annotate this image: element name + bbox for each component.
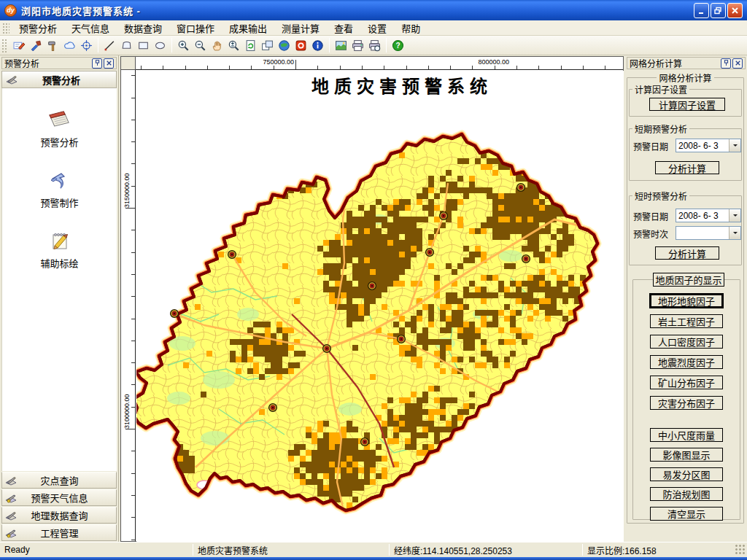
factor-button-1[interactable]: 地形地貌因子 [650, 294, 723, 308]
refresh-button[interactable] [242, 37, 259, 54]
factor-button-4[interactable]: 地震烈度因子 [650, 355, 723, 369]
accordion-bar-1[interactable]: 灾点查询 [1, 472, 117, 489]
display-button-5[interactable]: 清空显示 [650, 507, 723, 521]
ruler-top-label-2: 800000.00 [465, 58, 509, 66]
accordion-bar-4[interactable]: 工程管理 [1, 524, 117, 541]
display-button-1[interactable]: 中小尺度雨量 [650, 428, 723, 442]
ellipse-button[interactable] [152, 37, 169, 54]
town-marker[interactable] [522, 255, 530, 263]
close-icon[interactable] [732, 58, 743, 69]
ruler-tick [605, 66, 605, 69]
restore-button[interactable] [711, 3, 726, 18]
town-marker[interactable] [171, 310, 179, 318]
town-marker[interactable] [517, 184, 525, 192]
menu-item-5[interactable]: 成果输出 [222, 20, 274, 36]
ruler-tick [251, 66, 252, 69]
zoom-extent-button[interactable] [225, 37, 242, 54]
globe-button[interactable] [276, 37, 293, 54]
center-target-button[interactable] [78, 37, 95, 54]
rectangle-button[interactable] [135, 37, 152, 54]
info-button[interactable] [309, 37, 326, 54]
accordion-header-warning-analysis[interactable]: 预警分析 [1, 71, 117, 88]
short-time-period-combobox[interactable] [676, 226, 741, 240]
help-button[interactable]: ? [390, 37, 406, 54]
layers-button[interactable] [259, 37, 276, 54]
close-button[interactable] [727, 3, 743, 18]
polygon-icon [120, 39, 133, 52]
sidebar-item-label: 辅助标绘 [40, 256, 78, 270]
menu-item-2[interactable]: 天气信息 [64, 20, 117, 36]
chevron-down-icon[interactable] [729, 209, 740, 222]
short-time-date-combobox[interactable]: 2008- 6- 3 [676, 209, 741, 222]
cloud-button[interactable] [61, 37, 78, 54]
accordion-bar-3[interactable]: 地理数据查询 [1, 507, 117, 524]
town-marker[interactable] [368, 282, 376, 290]
menu-item-4[interactable]: 窗口操作 [169, 20, 222, 36]
short-term-date-combobox[interactable]: 2008- 6- 3 [676, 139, 741, 152]
sidebar-item-2[interactable]: 预警制作 [2, 168, 117, 209]
menu-item-7[interactable]: 查看 [327, 20, 360, 36]
zoom-in-button[interactable] [175, 37, 192, 54]
map-graphic [136, 71, 624, 542]
accordion-bar-2[interactable]: 预警天气信息 [1, 489, 117, 506]
info-icon [311, 39, 324, 52]
print-preview-button[interactable] [366, 37, 383, 54]
ruler-left-label-2: 3100000.00 [123, 378, 131, 429]
hammer-button[interactable] [44, 37, 61, 54]
zoom-in-icon [177, 39, 190, 52]
factor-button-2[interactable]: 岩土工程因子 [650, 314, 723, 328]
accordion-bar-label: 地理数据查询 [20, 508, 116, 522]
status-ready: Ready [0, 542, 193, 557]
zoom-out-button[interactable] [192, 37, 209, 54]
factor-button-3[interactable]: 人口密度因子 [650, 335, 723, 349]
polygon-button[interactable] [118, 37, 135, 54]
sidebar-item-3[interactable]: 辅助标绘 [2, 228, 117, 270]
town-marker[interactable] [440, 212, 448, 220]
town-marker[interactable] [323, 345, 331, 353]
sidebar-item-1[interactable]: 预警分析 [2, 107, 117, 149]
town-marker[interactable] [426, 249, 434, 257]
town-marker[interactable] [361, 438, 369, 446]
factor-button-6[interactable]: 灾害分布因子 [650, 396, 723, 410]
toolbar-separator [329, 38, 330, 52]
record-button[interactable] [293, 37, 309, 54]
display-button-3[interactable]: 易发分区图 [650, 467, 723, 481]
left-panel: 预警分析 预警分析 预警分析预警制作辅助标绘 灾点查询预警天气信息地理数据查询工… [0, 55, 119, 542]
map-canvas[interactable]: 地质灾害预警系统 [136, 71, 624, 542]
line-button[interactable] [101, 37, 118, 54]
ruler-tick [131, 163, 135, 164]
edit-map-button[interactable] [11, 37, 28, 54]
short-time-analyze-button[interactable]: 分析计算 [655, 246, 719, 260]
chevron-down-icon[interactable] [729, 227, 740, 239]
town-marker[interactable] [269, 404, 277, 412]
ruler-tick [131, 141, 135, 142]
print-button[interactable] [349, 37, 366, 54]
ruler-tick [131, 274, 135, 275]
factor-button-5[interactable]: 矿山分布因子 [650, 376, 723, 389]
calc-factor-settings-button[interactable]: 计算因子设置 [649, 98, 725, 111]
resize-grip[interactable] [735, 545, 746, 555]
paint-button[interactable] [28, 37, 44, 54]
close-icon[interactable] [104, 58, 114, 69]
chevron-down-icon[interactable] [729, 139, 740, 152]
pin-icon[interactable] [92, 58, 102, 69]
display-button-4[interactable]: 防治规划图 [650, 487, 723, 501]
map-image-button[interactable] [333, 37, 349, 54]
menu-item-1[interactable]: 预警分析 [12, 20, 64, 36]
menu-item-6[interactable]: 测量计算 [274, 20, 327, 36]
minimize-button[interactable] [694, 3, 709, 18]
short-term-analyze-button[interactable]: 分析计算 [655, 161, 719, 174]
ellipse-icon [154, 39, 166, 52]
town-marker[interactable] [398, 335, 406, 343]
geo-factor-display-button[interactable]: 地质因子的显示 [653, 273, 724, 287]
pan-button[interactable] [209, 37, 225, 54]
town-marker[interactable] [228, 251, 236, 259]
menu-item-9[interactable]: 帮助 [394, 20, 427, 36]
display-button-2[interactable]: 影像图显示 [650, 448, 723, 462]
menu-grip[interactable] [2, 23, 9, 34]
menu-item-8[interactable]: 设置 [360, 20, 394, 36]
pin-icon[interactable] [721, 58, 731, 69]
menu-item-3[interactable]: 数据查询 [117, 20, 169, 36]
toolbar-grip[interactable] [1, 39, 8, 52]
title-bar: dy 浏阳市地质灾害预警系统 - [0, 0, 747, 20]
